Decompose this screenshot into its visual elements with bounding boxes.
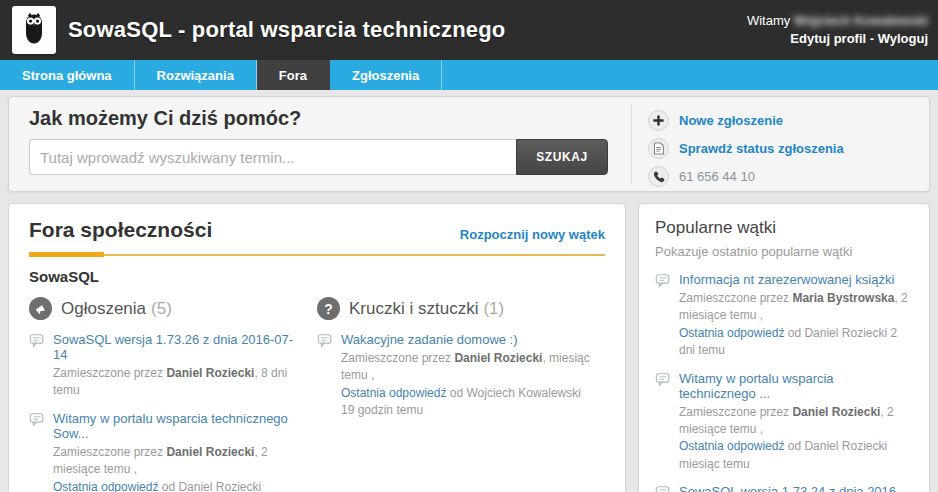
plus-icon: [648, 110, 669, 131]
search-heading: Jak możemy Ci dziś pomóc?: [29, 107, 631, 130]
popular-title: Popularne wątki: [655, 218, 913, 238]
page-title: SowaSQL - portal wsparcia technicznego: [68, 17, 506, 43]
thread-bubble-icon: [655, 273, 671, 360]
nav-item-rozwiazania[interactable]: Rozwiązania: [135, 60, 257, 90]
popular-thread-item: Informacja nt zarezerwowanej książki Zam…: [655, 272, 913, 360]
welcome-line: Witamy Wojciech Kowalewski: [747, 12, 928, 30]
check-status-link[interactable]: Sprawdź status zgłoszenia: [679, 141, 844, 156]
thread-author: Daniel Roziecki: [166, 445, 254, 459]
popular-subtitle: Pokazuje ostatnio popularne wątki: [655, 244, 913, 259]
thread-title-link[interactable]: Witamy w portalu wsparcia technicznego S…: [53, 411, 303, 441]
thread-author: Daniel Roziecki: [454, 351, 542, 365]
forum-category-name: SowaSQL: [29, 268, 605, 285]
thread-bubble-icon: [655, 372, 671, 474]
phone-icon: [648, 166, 669, 187]
popular-threads-card: Popularne wątki Pokazuje ostatnio popula…: [638, 203, 930, 492]
thread-title-link[interactable]: SowaSQL wersja 1.73.26 z dnia 2016-07-14: [53, 332, 303, 362]
forum-column-ogloszenia: Ogłoszenia (5) SowaSQL wersja 1: [29, 297, 317, 492]
nav-item-strona-glowna[interactable]: Strona główna: [0, 60, 135, 90]
forum-name-link[interactable]: Ogłoszenia: [61, 299, 146, 319]
search-button[interactable]: SZUKAJ: [516, 139, 608, 175]
new-ticket-link[interactable]: Nowe zgłoszenie: [679, 113, 783, 128]
forums-title: Fora społeczności: [29, 218, 212, 242]
thread-author: Daniel Roziecki: [792, 405, 880, 419]
quick-links: Nowe zgłoszenie Sprawdź status zgłoszeni…: [631, 105, 929, 183]
thread-bubble-icon: [317, 333, 333, 420]
section-divider: [29, 252, 605, 257]
community-forums-card: Fora społeczności Rozpocznij nowy wątek …: [8, 203, 626, 492]
thread-bubble-icon: [655, 485, 671, 492]
thread-title-link[interactable]: SowaSQL wersja 1.73.24 z dnia 2016-06-..…: [679, 484, 913, 492]
logo: [12, 6, 56, 54]
popular-thread-item: SowaSQL wersja 1.73.24 z dnia 2016-06-..…: [655, 484, 913, 492]
question-icon: ?: [317, 297, 340, 320]
app-header: SowaSQL - portal wsparcia technicznego W…: [0, 0, 938, 60]
thread-item: Witamy w portalu wsparcia technicznego S…: [29, 411, 303, 492]
profile-logout-links[interactable]: Edytuj profil - Wyloguj: [747, 30, 928, 48]
search-input[interactable]: [29, 139, 516, 175]
thread-title-link[interactable]: Wakacyjne zadanie domowe :): [341, 332, 591, 347]
thread-bubble-icon: [29, 412, 45, 492]
thread-meta: Zamieszczone przez Daniel Roziecki, 2 mi…: [53, 444, 303, 492]
thread-bubble-icon: [29, 333, 45, 400]
last-reply-link[interactable]: Ostatnia odpowiedź: [341, 386, 446, 400]
start-new-thread-link[interactable]: Rozpocznij nowy wątek: [460, 227, 605, 242]
last-reply-link[interactable]: Ostatnia odpowiedź: [679, 326, 784, 340]
document-icon: [648, 138, 669, 159]
thread-title-link[interactable]: Witamy w portalu wsparcia technicznego .…: [679, 371, 913, 401]
popular-thread-item: Witamy w portalu wsparcia technicznego .…: [655, 371, 913, 474]
thread-meta: Zamieszczone przez Daniel Roziecki, 8 dn…: [53, 365, 303, 400]
thread-item: Wakacyjne zadanie domowe :) Zamieszczone…: [317, 332, 591, 420]
user-name: Wojciech Kowalewski: [794, 13, 928, 28]
last-reply-link[interactable]: Ostatnia odpowiedź: [53, 480, 158, 492]
thread-item: SowaSQL wersja 1.73.26 z dnia 2016-07-14…: [29, 332, 303, 400]
support-phone-number: 61 656 44 10: [679, 169, 755, 184]
nav-item-fora[interactable]: Fora: [257, 60, 330, 90]
main-nav: Strona główna Rozwiązania Fora Zgłoszeni…: [0, 60, 938, 90]
forum-name-link[interactable]: Kruczki i sztuczki: [349, 299, 478, 319]
thread-title-link[interactable]: Informacja nt zarezerwowanej książki: [679, 272, 913, 287]
forum-thread-count: (5): [151, 299, 172, 319]
megaphone-icon: [29, 297, 52, 320]
last-reply-link[interactable]: Ostatnia odpowiedź: [679, 439, 784, 453]
forum-thread-count: (1): [483, 299, 504, 319]
thread-author: Daniel Roziecki: [166, 366, 254, 380]
thread-meta: Zamieszczone przez Daniel Roziecki, 2 mi…: [679, 404, 913, 474]
thread-meta: Zamieszczone przez Maria Bystrowska, 2 m…: [679, 290, 913, 360]
help-search-card: Jak możemy Ci dziś pomóc? SZUKAJ Nowe zg…: [8, 96, 930, 192]
thread-meta: Zamieszczone przez Daniel Roziecki, mies…: [341, 350, 591, 420]
thread-author: Maria Bystrowska: [792, 291, 894, 305]
forum-column-kruczki: ? Kruczki i sztuczki (1): [317, 297, 605, 492]
nav-item-zgloszenia[interactable]: Zgłoszenia: [330, 60, 442, 90]
owl-icon: [18, 10, 50, 50]
